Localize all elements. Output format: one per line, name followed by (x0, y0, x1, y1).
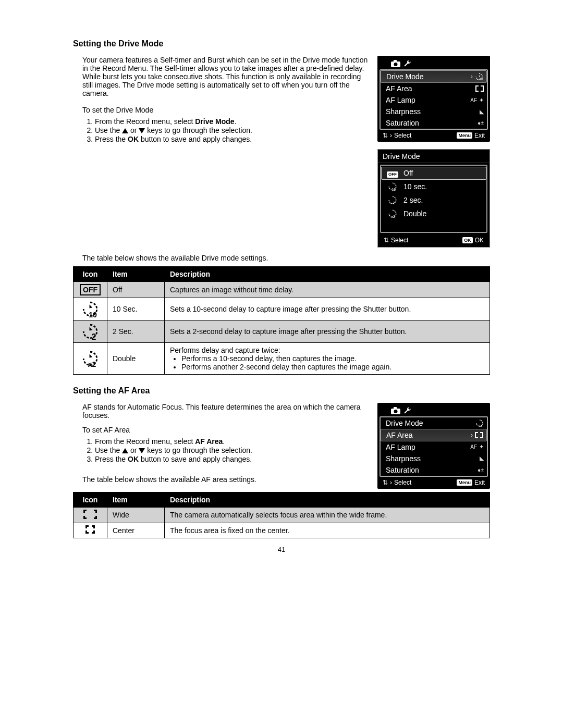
chevron-right-icon: › (471, 431, 473, 439)
table-row: Center The focus area is fixed on the ce… (74, 523, 490, 538)
svg-text:10: 10 (392, 188, 396, 191)
timer10-icon: 10 (74, 298, 107, 320)
down-arrow-icon (139, 448, 145, 453)
step-2: Use the or keys to go through the select… (95, 446, 368, 455)
svg-text:x2: x2 (391, 215, 395, 218)
menu-badge: Menu (457, 132, 472, 139)
lamp-icon: ✦ (479, 97, 484, 104)
drive-option-2sec[interactable]: 2 2 sec. (381, 193, 486, 207)
svg-text:10: 10 (480, 78, 483, 81)
steps-af: From the Record menu, select AF Area. Us… (95, 437, 368, 464)
timer10-icon: 10 (387, 182, 398, 191)
menu-item-sharpness[interactable]: Sharpness ◣ (381, 453, 487, 464)
table-row: Wide The camera automatically selects fo… (74, 507, 490, 523)
page-number: 41 (73, 546, 490, 553)
table-row: OFF Off Captures an image without time d… (74, 281, 490, 298)
svg-rect-11 (394, 407, 397, 409)
timer-double-icon: x2 (387, 209, 398, 218)
camera-screen-drive-options: Drive Mode OFF Off 10 10 sec. (377, 149, 490, 248)
step-1: From the Record menu, select AF Area. (95, 437, 368, 446)
drive-mode-table: Icon Item Description OFF Off Captures a… (73, 266, 490, 375)
svg-text:2: 2 (393, 201, 395, 205)
chevron-right-icon: › (471, 73, 473, 80)
lamp-icon: ✦ (479, 443, 484, 450)
menu-item-af-area[interactable]: AF Area › (381, 429, 487, 441)
up-arrow-icon (122, 448, 128, 453)
menu-item-saturation[interactable]: Saturation ♦± (381, 117, 487, 129)
timer2-icon: 2 (74, 320, 107, 342)
menu-item-sharpness[interactable]: Sharpness ◣ (381, 106, 487, 117)
svg-text:x2: x2 (88, 360, 96, 367)
saturation-icon: ♦± (478, 467, 484, 473)
camera-tab-icon (391, 407, 400, 414)
menu-item-drive-mode[interactable]: Drive Mode 10 (381, 417, 487, 429)
camera-screen-record-menu-af: Drive Mode 10 AF Area › (377, 403, 490, 489)
heading-drive-mode: Setting the Drive Mode (73, 39, 490, 48)
down-arrow-icon (139, 128, 145, 133)
drive-option-double[interactable]: x2 Double (381, 207, 486, 220)
af-area-table: Icon Item Description Wide The camera au… (73, 492, 490, 538)
table2-intro: The table below shows the available AF a… (82, 475, 368, 484)
intro-drive-mode: Your camera features a Self-timer and Bu… (82, 56, 368, 97)
wide-frame-icon (83, 510, 97, 519)
screen2-title: Drive Mode (378, 150, 489, 163)
camera-screen-record-menu: Drive Mode › 10 AF Area (377, 56, 490, 142)
timer10-icon: 10 (475, 72, 483, 81)
timer2-icon: 2 (387, 195, 398, 205)
saturation-icon: ♦± (478, 120, 484, 126)
updown-icon: ⇅ (383, 479, 388, 486)
menu-badge: Menu (457, 479, 472, 486)
center-frame-icon (85, 525, 95, 534)
svg-text:2: 2 (92, 332, 96, 340)
menu-item-saturation[interactable]: Saturation ♦± (381, 464, 487, 476)
updown-icon: ⇅ (383, 132, 388, 139)
off-icon: OFF (387, 171, 398, 178)
step-1: From the Record menu, select Drive Mode. (95, 117, 368, 126)
drive-option-10sec[interactable]: 10 10 sec. (381, 180, 486, 193)
heading-af-area: Setting the AF Area (73, 386, 490, 396)
wide-frame-icon (475, 85, 484, 92)
drive-option-off[interactable]: OFF Off (381, 167, 486, 180)
svg-point-2 (394, 63, 398, 66)
off-icon: OFF (80, 284, 101, 295)
howto-title-af: To set AF Area (82, 426, 368, 434)
step-3: Press the OK button to save and apply ch… (95, 455, 368, 464)
ok-badge: OK (462, 237, 473, 243)
svg-text:10: 10 (89, 310, 97, 317)
menu-item-drive-mode[interactable]: Drive Mode › 10 (381, 70, 487, 83)
step-2: Use the or keys to go through the select… (95, 126, 368, 135)
table-row: 10 10 Sec. Sets a 10-second delay to cap… (74, 298, 490, 320)
wide-frame-icon (475, 432, 483, 438)
menu-item-af-lamp[interactable]: AF Lamp AF✦ (381, 441, 487, 453)
steps-drive: From the Record menu, select Drive Mode.… (95, 117, 368, 144)
table-row: 2 2 Sec. Sets a 2-second delay to captur… (74, 320, 490, 342)
menu-item-af-area[interactable]: AF Area (381, 83, 487, 94)
updown-icon: ⇅ (384, 237, 389, 244)
sharpness-icon: ◣ (480, 108, 484, 115)
intro-af-area: AF stands for Automatic Focus. This feat… (82, 403, 368, 419)
svg-text:10: 10 (479, 424, 483, 427)
up-arrow-icon (122, 128, 128, 133)
svg-point-12 (394, 410, 398, 413)
camera-tab-icon (391, 60, 400, 67)
timer-double-icon: x2 (74, 342, 107, 374)
table-row: x2 Double Performs delay and capture twi… (74, 342, 490, 374)
table1-intro: The table below shows the available Driv… (82, 254, 490, 262)
wrench-tab-icon (403, 406, 412, 415)
howto-title-drive: To set the Drive Mode (82, 106, 368, 114)
svg-rect-1 (394, 60, 397, 62)
wrench-tab-icon (403, 59, 412, 68)
step-3: Press the OK button to save and apply ch… (95, 135, 368, 144)
timer10-icon: 10 (475, 419, 484, 427)
sharpness-icon: ◣ (480, 455, 484, 462)
menu-item-af-lamp[interactable]: AF Lamp AF✦ (381, 94, 487, 106)
